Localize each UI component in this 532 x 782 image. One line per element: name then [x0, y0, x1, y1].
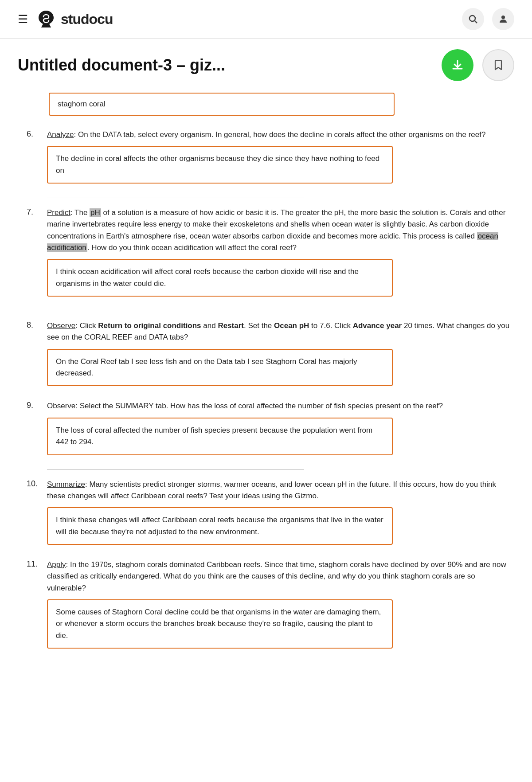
question-9: 9. Observe: Select the SUMMARY tab. How …: [22, 400, 510, 455]
coral-top-answer-box: staghorn coral: [49, 93, 395, 116]
search-button[interactable]: [462, 8, 484, 30]
q10-answer-text: I think these changes will affect Caribb…: [56, 516, 383, 536]
divider-6-7: [47, 198, 304, 198]
question-8-header: 8. Observe: Click Return to original con…: [22, 320, 510, 344]
q9-answer-text: The loss of coral affected the number of…: [56, 426, 372, 446]
download-button[interactable]: [442, 49, 473, 81]
svg-point-0: [469, 16, 475, 21]
q11-text: : In the 1970s, staghorn corals dominate…: [47, 560, 506, 592]
question-7-answer: I think ocean acidification will affect …: [47, 259, 393, 297]
header: ☰ studocu: [0, 0, 532, 39]
user-button[interactable]: [492, 8, 514, 30]
question-11-text: Apply: In the 1970s, staghorn corals dom…: [47, 559, 510, 594]
logo[interactable]: studocu: [36, 9, 113, 29]
q8-bold-2: Restart: [218, 321, 244, 330]
coral-top-answer-text: staghorn coral: [58, 100, 106, 108]
q7-text-2: of a solution is a measure of how acidic…: [47, 208, 505, 240]
question-7: 7. Predict: The pH of a solution is a me…: [22, 207, 510, 297]
question-11-header: 11. Apply: In the 1970s, staghorn corals…: [22, 559, 510, 594]
question-11-answer: Some causes of Staghorn Coral decline co…: [47, 599, 393, 649]
q11-answer-text: Some causes of Staghorn Coral decline co…: [56, 608, 381, 640]
divider-7-8: [47, 311, 304, 311]
doc-title-bar: Untitled document-3 – giz...: [0, 39, 532, 88]
question-9-answer: The loss of coral affected the number of…: [47, 418, 393, 455]
menu-icon[interactable]: ☰: [18, 12, 28, 26]
question-11-number: 11.: [27, 559, 43, 569]
user-icon: [498, 14, 509, 24]
question-6-text: Analyze: On the DATA tab, select every o…: [47, 129, 510, 141]
q9-keyword: Observe: [47, 402, 75, 410]
question-7-header: 7. Predict: The pH of a solution is a me…: [22, 207, 510, 254]
bookmark-button[interactable]: [482, 49, 514, 81]
q8-keyword: Observe: [47, 321, 75, 330]
question-7-number: 7.: [27, 207, 43, 217]
q8-bold-1: Return to original conditions: [98, 321, 201, 330]
question-6-number: 6.: [27, 129, 43, 139]
question-8-text: Observe: Click Return to original condit…: [47, 320, 510, 344]
question-10-text: Summarize: Many scientists predict stron…: [47, 479, 510, 502]
question-11: 11. Apply: In the 1970s, staghorn corals…: [22, 559, 510, 649]
q8-t3: . Set the: [244, 321, 274, 330]
question-6-answer: The decline in coral affects the other o…: [47, 146, 393, 184]
question-10-header: 10. Summarize: Many scientists predict s…: [22, 479, 510, 502]
question-10-answer: I think these changes will affect Caribb…: [47, 507, 393, 545]
q8-t1: : Click: [75, 321, 98, 330]
q8-bold-4: Advance year: [353, 321, 402, 330]
content: staghorn coral 6. Analyze: On the DATA t…: [0, 88, 532, 680]
question-9-number: 9.: [27, 400, 43, 410]
question-9-header: 9. Observe: Select the SUMMARY tab. How …: [22, 400, 510, 412]
download-icon: [450, 58, 465, 72]
question-6-header: 6. Analyze: On the DATA tab, select ever…: [22, 129, 510, 141]
bookmark-icon: [492, 59, 505, 71]
q6-answer-text: The decline in coral affects the other o…: [56, 154, 379, 174]
question-6: 6. Analyze: On the DATA tab, select ever…: [22, 129, 510, 184]
header-left: ☰ studocu: [18, 9, 113, 29]
divider-9-10: [47, 469, 304, 470]
q9-text: : Select the SUMMARY tab. How has the lo…: [75, 402, 443, 410]
search-icon: [468, 14, 478, 24]
q8-bold-3: Ocean pH: [274, 321, 309, 330]
q8-t4: to 7.6. Click: [309, 321, 352, 330]
svg-point-2: [501, 16, 505, 19]
document-title: Untitled document-3 – giz...: [18, 56, 433, 74]
question-8-answer: On the Coral Reef tab I see less fish an…: [47, 349, 393, 387]
q7-text-1: : The: [70, 208, 90, 217]
question-10-number: 10.: [27, 479, 43, 489]
q11-keyword: Apply: [47, 560, 66, 569]
logo-icon: [36, 9, 56, 29]
q10-keyword: Summarize: [47, 480, 85, 489]
question-7-text: Predict: The pH of a solution is a measu…: [47, 207, 510, 254]
q6-text: : On the DATA tab, select every organism…: [74, 130, 485, 139]
q6-keyword: Analyze: [47, 130, 74, 139]
q7-ph-highlight: pH: [90, 208, 101, 217]
question-8: 8. Observe: Click Return to original con…: [22, 320, 510, 386]
q7-text-3: . How do you think ocean acidification w…: [87, 243, 297, 252]
header-right: [462, 8, 514, 30]
question-10: 10. Summarize: Many scientists predict s…: [22, 479, 510, 545]
logo-text: studocu: [61, 11, 113, 27]
q8-answer-text: On the Coral Reef tab I see less fish an…: [56, 357, 357, 377]
q7-answer-text: I think ocean acidification will affect …: [56, 267, 359, 287]
question-8-number: 8.: [27, 320, 43, 330]
q7-keyword: Predict: [47, 208, 70, 217]
q8-t2: and: [201, 321, 218, 330]
q10-text: : Many scientists predict stronger storm…: [47, 480, 496, 500]
svg-line-1: [475, 21, 477, 23]
question-9-text: Observe: Select the SUMMARY tab. How has…: [47, 400, 510, 412]
